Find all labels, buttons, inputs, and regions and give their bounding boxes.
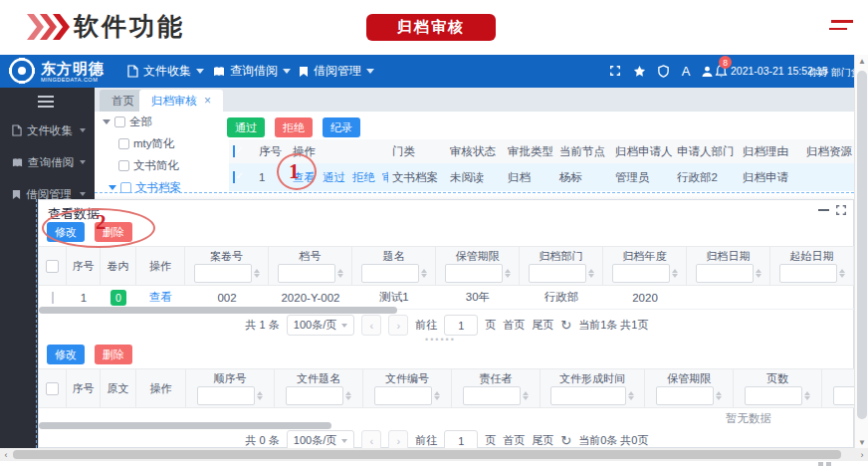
delete-button[interactable]: 删除 [95, 345, 132, 364]
fullscreen-icon[interactable] [607, 63, 623, 79]
last-page-link[interactable]: 尾页 [532, 433, 553, 448]
responsible-person-filter-input[interactable] [463, 386, 521, 405]
refresh-icon[interactable]: ↻ [560, 319, 571, 332]
sort-toggle[interactable] [257, 391, 263, 400]
sort-toggle[interactable] [588, 269, 594, 278]
select-all-checkbox[interactable] [46, 382, 59, 395]
first-page-link[interactable]: 首页 [503, 318, 525, 333]
tree-node-mty[interactable]: mty简化 [118, 136, 175, 151]
menu-file-collect[interactable]: 文件收集 [127, 55, 204, 88]
row-checkbox[interactable] [233, 171, 235, 183]
volume-number-filter-input[interactable] [194, 264, 252, 283]
scroll-right-icon[interactable]: › [856, 448, 868, 461]
sort-toggle[interactable] [505, 269, 511, 278]
archive-dept-filter-input[interactable] [529, 264, 586, 283]
col-file-number: 文件编号 [363, 369, 452, 407]
sort-toggle[interactable] [672, 269, 678, 278]
sort-toggle[interactable] [756, 269, 761, 278]
sort-toggle[interactable] [254, 269, 260, 278]
sort-toggle[interactable] [716, 391, 722, 400]
sequence-number-filter-input[interactable] [197, 386, 255, 405]
archive-number-filter-input[interactable] [278, 264, 335, 283]
file-title-filter-input[interactable] [286, 386, 343, 405]
minimize-icon[interactable] [818, 209, 829, 211]
sort-toggle[interactable] [434, 391, 440, 400]
hamburger-icon[interactable] [38, 96, 54, 111]
star-icon[interactable] [631, 63, 647, 79]
view-link[interactable]: 查看 [149, 291, 172, 303]
vertical-scrollbar[interactable]: ▲ ▼ [854, 55, 868, 448]
pass-button[interactable]: 通过 [227, 117, 265, 137]
sort-toggle[interactable] [839, 269, 845, 278]
reject-link[interactable]: 拒绝 [352, 170, 375, 185]
first-page-link[interactable]: 首页 [503, 433, 525, 448]
tree-node-all[interactable]: 全部 [103, 115, 152, 129]
last-page-link[interactable]: 尾页 [532, 318, 553, 333]
expand-icon[interactable] [835, 204, 847, 219]
page-number-filter-input[interactable] [833, 386, 855, 405]
sort-toggle[interactable] [523, 391, 529, 400]
sort-toggle[interactable] [421, 269, 427, 278]
menu-label: 借阅管理 [314, 63, 361, 80]
close-icon[interactable]: × [204, 94, 211, 108]
prev-page-button[interactable]: ‹ [361, 315, 381, 336]
archive-date-filter-input[interactable] [696, 264, 754, 283]
archive-year-filter-input[interactable] [612, 264, 670, 283]
sort-toggle[interactable] [804, 391, 810, 400]
tree-node-wenshu-jianhua[interactable]: 文书简化 [118, 158, 179, 173]
row-checkbox[interactable] [52, 292, 54, 304]
book-icon [12, 157, 23, 168]
pass-link[interactable]: 通过 [323, 170, 345, 185]
page-number-input[interactable] [444, 315, 478, 336]
tree-checkbox[interactable] [118, 138, 129, 149]
scroll-up-icon[interactable]: ▲ [855, 55, 868, 67]
retention-period-filter-input[interactable] [656, 386, 714, 405]
review-table-row[interactable]: 1 查看 通过 拒绝 审核记录 文书档案 未阅读 归档 杨标 管理员 行政部2 … [229, 163, 854, 191]
file-number-filter-input[interactable] [374, 386, 432, 405]
sidebar-item-file-collect[interactable]: 文件收集 [0, 119, 95, 141]
resize-handle[interactable]: •••••• [425, 338, 456, 342]
edit-button[interactable]: 修改 [47, 345, 85, 364]
annotation-marker-1: 1 [289, 159, 300, 184]
sidebar-item-query-borrow[interactable]: 查询借阅 [0, 151, 95, 173]
caret-down-icon[interactable] [108, 185, 116, 190]
start-date-filter-input[interactable] [779, 264, 837, 283]
title-filter-input[interactable] [361, 264, 419, 283]
horizontal-scroll-thumb[interactable] [13, 450, 841, 459]
tab-archive-review[interactable]: 归档审核 × [139, 90, 223, 112]
next-page-button[interactable]: › [388, 315, 408, 336]
edit-button[interactable]: 修改 [47, 222, 85, 242]
table-hscroll-thumb[interactable] [39, 422, 331, 429]
col-file-created-time: 文件形成时间 [541, 369, 645, 407]
col-archive-date: 归档日期 [687, 247, 770, 285]
reject-button[interactable]: 拒绝 [275, 117, 313, 137]
page-size-select[interactable]: 100条/页 [287, 315, 354, 336]
tree-checkbox[interactable] [114, 116, 125, 127]
inner-count-badge[interactable]: 0 [110, 290, 126, 306]
menu-query-borrow[interactable]: 查询借阅 [213, 55, 291, 88]
vertical-scroll-thumb[interactable] [857, 71, 867, 419]
sort-toggle[interactable] [345, 391, 351, 400]
sort-toggle[interactable] [337, 269, 343, 278]
page-count-filter-input[interactable] [745, 386, 802, 405]
font-size-icon[interactable]: A [678, 63, 694, 79]
caret-down-icon[interactable] [103, 119, 110, 124]
chevron-down-icon [341, 324, 347, 328]
chevron-down-icon [80, 192, 86, 196]
retention-period-filter-input[interactable] [445, 264, 503, 283]
scroll-down-icon[interactable]: ▼ [855, 436, 868, 448]
refresh-icon[interactable]: ↻ [560, 434, 571, 447]
menu-borrow-manage[interactable]: 借阅管理 [299, 55, 374, 88]
table-hscroll-thumb[interactable] [39, 307, 397, 314]
sort-toggle[interactable] [628, 391, 634, 400]
horizontal-scrollbar[interactable]: ‹ › [0, 448, 868, 461]
file-created-time-filter-input[interactable] [550, 386, 626, 405]
scroll-left-icon[interactable]: ‹ [0, 448, 12, 461]
tree-checkbox[interactable] [118, 160, 129, 171]
record-button[interactable]: 纪录 [323, 117, 360, 137]
select-all-checkbox[interactable] [233, 145, 235, 157]
shield-icon[interactable] [655, 63, 671, 79]
book-icon [213, 66, 225, 78]
select-all-checkbox[interactable] [46, 260, 59, 273]
volume-table-header: 序号 卷内 操作 案卷号 档号 题名 保管期限 [39, 246, 855, 286]
